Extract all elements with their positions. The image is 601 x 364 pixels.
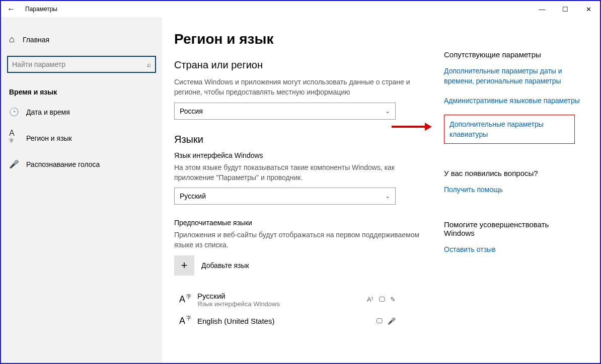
language-glyph-icon: A [174, 294, 190, 305]
region-selected-value: Россия [180, 107, 203, 115]
region-select[interactable]: Россия ⌄ [174, 103, 396, 120]
display-language-value: Русский [180, 192, 206, 200]
link-feedback[interactable]: Оставить отзыв [444, 244, 580, 254]
sidebar-item-label: Дата и время [26, 108, 70, 116]
sidebar-item-label: Регион и язык [26, 134, 72, 142]
language-sub: Язык интерфейса Windows [197, 300, 360, 308]
display-language-select[interactable]: Русский ⌄ [174, 188, 396, 205]
clock-icon: 🕒 [9, 107, 18, 117]
improve-heading: Помогите усовершенствовать Windows [444, 220, 580, 237]
sidebar-item-label: Распознавание голоса [26, 160, 100, 168]
sidebar: ⌂ Главная ⌕ Время и язык 🕒 Дата и время … [1, 17, 162, 363]
sidebar-item-region-language[interactable]: A字 Регион и язык [1, 123, 162, 153]
language-item-russian[interactable]: A Русский Язык интерфейса Windows A‡ 🖵 ✎ [174, 288, 396, 312]
languages-heading: Языки [174, 134, 424, 145]
language-icon: A字 [9, 129, 18, 147]
add-language-label: Добавьте язык [201, 261, 249, 269]
related-heading: Сопутствующие параметры [444, 50, 580, 59]
home-label: Главная [23, 36, 49, 44]
search-input-wrapper[interactable]: ⌕ [7, 56, 156, 73]
svg-marker-1 [425, 123, 432, 131]
plus-icon: + [174, 255, 194, 276]
page-title: Регион и язык [174, 31, 424, 47]
text-to-speech-icon: A‡ [367, 296, 373, 303]
maximize-button[interactable]: ☐ [554, 1, 577, 17]
sidebar-item-speech[interactable]: 🎤 Распознавание голоса [1, 153, 162, 175]
language-indicators: 🖵 🎤 [376, 317, 396, 325]
back-button[interactable]: ← [1, 5, 21, 14]
close-button[interactable]: ✕ [577, 1, 600, 17]
display-icon: 🖵 [379, 296, 385, 303]
preferred-languages-description: Приложения и веб-сайты будут отображатьс… [174, 230, 424, 250]
language-name: English (United States) [197, 317, 369, 325]
display-language-description: На этом языке будут показываться такие к… [174, 162, 424, 183]
titlebar: ← Параметры — ☐ ✕ [1, 1, 600, 17]
handwriting-icon: ✎ [390, 296, 396, 303]
microphone-icon: 🎤 [9, 159, 18, 169]
sidebar-home[interactable]: ⌂ Главная [1, 29, 162, 50]
display-icon: 🖵 [376, 317, 383, 325]
language-name: Русский [197, 292, 360, 300]
search-input[interactable] [12, 60, 147, 68]
display-language-label: Язык интерфейса Windows [174, 151, 424, 159]
language-item-english[interactable]: A English (United States) 🖵 🎤 [174, 312, 396, 330]
region-description: Система Windows и приложения могут испол… [174, 77, 424, 98]
link-keyboard-settings[interactable]: Дополнительные параметры клавиатуры [444, 115, 575, 144]
link-get-help[interactable]: Получить помощь [444, 185, 580, 195]
speech-icon: 🎤 [388, 317, 396, 325]
search-icon: ⌕ [147, 61, 151, 68]
link-admin-language[interactable]: Административные языковые параметры [444, 96, 580, 106]
sidebar-section-title: Время и язык [1, 83, 162, 101]
chevron-down-icon: ⌄ [385, 193, 390, 200]
region-heading: Страна или регион [174, 59, 424, 71]
add-language-button[interactable]: + Добавьте язык [174, 255, 424, 276]
window-title: Параметры [21, 6, 57, 13]
questions-heading: У вас появились вопросы? [444, 169, 580, 177]
language-indicators: A‡ 🖵 ✎ [367, 296, 396, 303]
link-date-time-regional[interactable]: Дополнительные параметры даты и времени,… [444, 66, 580, 86]
preferred-languages-label: Предпочитаемые языки [174, 219, 424, 227]
language-glyph-icon: A [174, 316, 190, 326]
sidebar-item-datetime[interactable]: 🕒 Дата и время [1, 101, 162, 123]
home-icon: ⌂ [9, 34, 15, 45]
annotation-arrow [392, 121, 432, 133]
chevron-down-icon: ⌄ [385, 108, 390, 115]
minimize-button[interactable]: — [531, 1, 554, 17]
